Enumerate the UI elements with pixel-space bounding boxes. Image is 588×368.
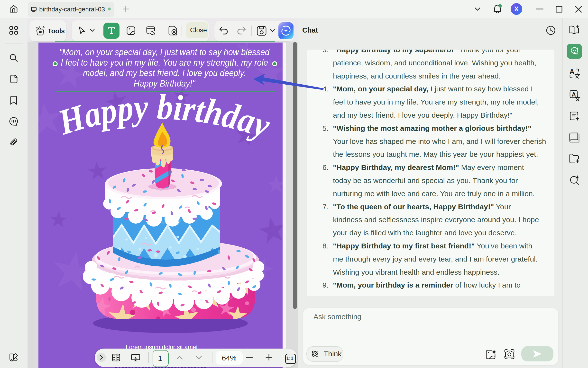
svg-text:A: A (569, 68, 574, 75)
svg-text:A: A (572, 91, 576, 98)
svg-text:Happy birthday: Happy birthday (53, 87, 275, 146)
